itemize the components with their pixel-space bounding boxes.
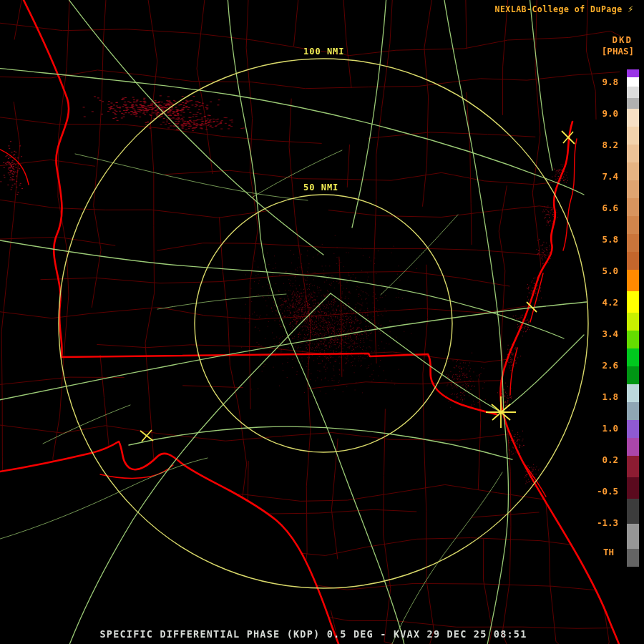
radar-map-canvas [0, 0, 644, 644]
colorbar-segment [627, 384, 639, 402]
colorbar-segment [627, 270, 639, 291]
colorbar-segment [627, 366, 639, 384]
range-ring-label-50: 50 NMI [303, 182, 338, 192]
colorbar-segment [627, 127, 639, 145]
colorbar-segment [627, 198, 639, 216]
colorbar [627, 69, 639, 567]
colorbar-segment [627, 87, 639, 98]
colorbar-segment [627, 162, 639, 180]
product-title: SPECIFIC DIFFERENTIAL PHASE (KDP) 0.5 DE… [0, 628, 627, 640]
range-ring-label-100: 100 NMI [303, 47, 345, 57]
colorbar-segment [627, 313, 639, 331]
colorbar-segment [627, 234, 639, 252]
product-code: DKD [612, 34, 633, 45]
colorbar-segment [627, 252, 639, 270]
colorbar-segment [627, 109, 639, 127]
colorbar-segment [627, 348, 639, 366]
colorbar-segment [627, 420, 639, 438]
colorbar-segment [627, 77, 639, 87]
product-tag: [PHAS] [602, 46, 634, 57]
colorbar-segment [627, 477, 639, 499]
colorbar-segment [627, 402, 639, 420]
colorbar-segment [627, 98, 639, 109]
colorbar-segment [627, 499, 639, 524]
colorbar-segment [627, 524, 639, 549]
colorbar-segment [627, 331, 639, 348]
colorbar-segment [627, 291, 639, 313]
colorbar-segment [627, 216, 639, 234]
brand-text: NEXLAB-College of DuPage [494, 4, 622, 14]
colorbar-segment [627, 438, 639, 456]
colorbar-segment [627, 180, 639, 198]
colorbar-unit-label: TH [603, 547, 614, 557]
colorbar-segment [627, 69, 639, 77]
brand: NEXLAB-College of DuPage ⚡ [494, 4, 634, 14]
colorbar-segment [627, 549, 639, 567]
colorbar-segment [627, 456, 639, 477]
colorbar-segment [627, 145, 639, 162]
lightning-icon: ⚡ [628, 4, 634, 14]
radar-display: 100 NMI 50 NMI NEXLAB-College of DuPage … [0, 0, 644, 644]
